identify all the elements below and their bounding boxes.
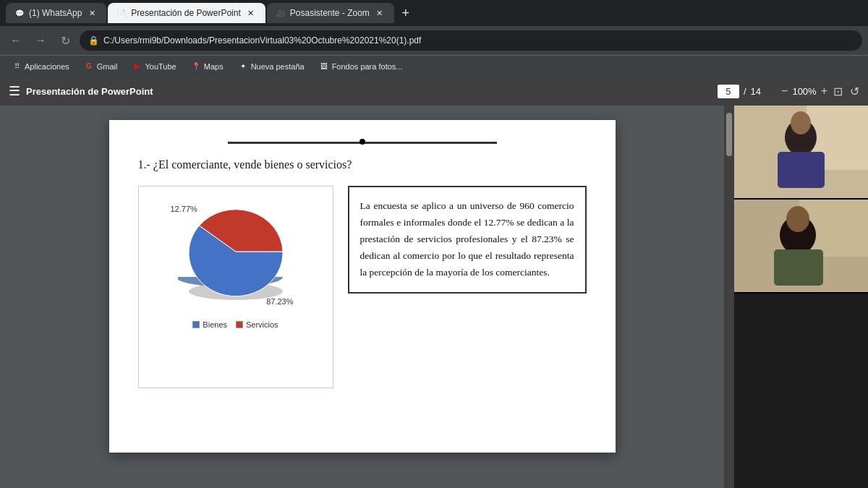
person-silhouette-2 bbox=[734, 200, 868, 292]
pdf-page: 1.- ¿El comerciante, vende bienes o serv… bbox=[109, 120, 616, 453]
person-silhouette-1 bbox=[734, 106, 868, 198]
zoom-plus-button[interactable]: + bbox=[821, 85, 827, 98]
pie-chart-area: 12.77% bbox=[163, 197, 308, 313]
svg-rect-10 bbox=[774, 249, 823, 286]
slide-progress-bar bbox=[228, 142, 497, 144]
new-tab-button[interactable]: + bbox=[396, 3, 416, 23]
chart-container: 12.77% bbox=[138, 186, 333, 388]
tab-bar: 💬 (1) WhatsApp ✕ 📄 Presentación de Power… bbox=[0, 0, 868, 26]
legend-bienes-color bbox=[192, 321, 200, 328]
back-button[interactable]: ← bbox=[6, 30, 26, 51]
maps-icon: 📍 bbox=[191, 61, 201, 72]
tab-close-powerpoint[interactable]: ✕ bbox=[245, 7, 257, 19]
pdf-page-input[interactable] bbox=[718, 85, 739, 98]
tab-powerpoint[interactable]: 📄 Presentación de PowerPoint ✕ bbox=[108, 3, 265, 23]
tab-zoom[interactable]: 🎥 Posasistente - Zoom ✕ bbox=[267, 3, 394, 23]
zoom-level: 100% bbox=[792, 86, 816, 97]
pdf-page-controls: / 14 bbox=[718, 85, 761, 98]
tab-favicon-whatsapp: 💬 bbox=[14, 8, 25, 18]
bookmarks-bar: ⠿ Aplicaciones G Gmail ▶ YouTube 📍 Maps … bbox=[0, 55, 868, 77]
svg-point-4 bbox=[791, 111, 811, 134]
bookmark-fondos-label: Fondos para fotos... bbox=[332, 62, 403, 71]
nav-bar: ← → ↻ 🔒 C:/Users/rmi9b/Downloads/Present… bbox=[0, 26, 868, 55]
rotate-button[interactable]: ↺ bbox=[850, 85, 859, 98]
bookmark-youtube[interactable]: ▶ YouTube bbox=[127, 59, 182, 74]
pdf-page-total: 14 bbox=[751, 86, 761, 97]
address-bar[interactable]: 🔒 C:/Users/rmi9b/Downloads/PresentacionV… bbox=[80, 30, 862, 51]
tab-whatsapp[interactable]: 💬 (1) WhatsApp ✕ bbox=[6, 3, 106, 23]
tab-title-whatsapp: (1) WhatsApp bbox=[29, 8, 82, 18]
description-text-box: La encuesta se aplico a un universo de 9… bbox=[348, 186, 587, 294]
legend-servicios: Servicios bbox=[236, 320, 278, 329]
tab-favicon-powerpoint: 📄 bbox=[116, 8, 127, 18]
pdf-title: Presentación de PowerPoint bbox=[26, 86, 712, 97]
pdf-page-separator: / bbox=[744, 86, 746, 97]
scroll-thumb[interactable] bbox=[726, 113, 732, 156]
legend-bienes-label: Bienes bbox=[203, 320, 227, 329]
nueva-icon: ✦ bbox=[238, 61, 248, 72]
bookmark-gmail[interactable]: G Gmail bbox=[78, 59, 124, 74]
main-content: 1.- ¿El comerciante, vende bienes o serv… bbox=[0, 106, 868, 488]
bookmark-maps[interactable]: 📍 Maps bbox=[185, 59, 229, 74]
pdf-toolbar-right: ⊡ ↺ bbox=[833, 85, 859, 98]
pdf-toolbar: ☰ Presentación de PowerPoint / 14 − 100%… bbox=[0, 77, 868, 106]
youtube-icon: ▶ bbox=[132, 61, 142, 72]
zoom-right-panel bbox=[734, 106, 868, 488]
legend-bienes: Bienes bbox=[192, 320, 227, 329]
address-text: C:/Users/rmi9b/Downloads/PresentacionVir… bbox=[103, 35, 854, 46]
tab-close-zoom[interactable]: ✕ bbox=[374, 7, 386, 19]
video-tile-2 bbox=[734, 200, 868, 294]
svg-point-9 bbox=[786, 206, 809, 232]
bookmark-apps-label: Aplicaciones bbox=[25, 62, 69, 71]
bookmark-nueva-label: Nueva pestaña bbox=[251, 62, 305, 71]
browser-chrome: 💬 (1) WhatsApp ✕ 📄 Presentación de Power… bbox=[0, 0, 868, 106]
zoom-panel-empty bbox=[734, 294, 868, 488]
zoom-minus-button[interactable]: − bbox=[781, 85, 788, 98]
bookmark-apps[interactable]: ⠿ Aplicaciones bbox=[6, 59, 75, 74]
legend-servicios-label: Servicios bbox=[246, 320, 278, 329]
scrollbar[interactable] bbox=[724, 106, 734, 488]
chart-text-row: 12.77% bbox=[138, 186, 587, 388]
pie-label-top: 12.77% bbox=[171, 205, 197, 213]
pdf-content: 1.- ¿El comerciante, vende bienes o serv… bbox=[0, 106, 724, 488]
apps-icon: ⠿ bbox=[12, 61, 22, 72]
pdf-zoom-controls: − 100% + bbox=[781, 85, 827, 98]
legend-servicios-color bbox=[236, 321, 243, 328]
question-title: 1.- ¿El comerciante, vende bienes o serv… bbox=[138, 158, 587, 171]
chart-legend: Bienes Servicios bbox=[192, 320, 278, 329]
tab-title-zoom: Posasistente - Zoom bbox=[290, 8, 370, 18]
svg-rect-5 bbox=[778, 152, 825, 188]
video-person-2 bbox=[734, 200, 868, 292]
tab-close-whatsapp[interactable]: ✕ bbox=[86, 7, 98, 19]
bookmark-maps-label: Maps bbox=[204, 62, 224, 71]
description-text: La encuesta se aplico a un universo de 9… bbox=[360, 200, 574, 278]
video-person-1 bbox=[734, 106, 868, 198]
forward-button[interactable]: → bbox=[30, 30, 51, 51]
bookmark-youtube-label: YouTube bbox=[145, 62, 176, 71]
gmail-icon: G bbox=[84, 61, 94, 72]
pie-chart-svg bbox=[178, 208, 294, 302]
video-tile-1 bbox=[734, 106, 868, 200]
refresh-button[interactable]: ↻ bbox=[55, 30, 75, 51]
fit-page-button[interactable]: ⊡ bbox=[833, 85, 843, 98]
fondos-icon: 🖼 bbox=[319, 61, 329, 72]
lock-icon: 🔒 bbox=[88, 35, 99, 46]
pdf-menu-button[interactable]: ☰ bbox=[9, 83, 20, 99]
tab-favicon-zoom: 🎥 bbox=[276, 8, 286, 18]
bookmark-gmail-label: Gmail bbox=[97, 62, 118, 71]
tab-title-powerpoint: Presentación de PowerPoint bbox=[131, 8, 240, 18]
pie-label-bottom: 87.23% bbox=[266, 297, 293, 306]
bookmark-nueva[interactable]: ✦ Nueva pestaña bbox=[232, 59, 310, 74]
bookmark-fondos[interactable]: 🖼 Fondos para fotos... bbox=[313, 59, 409, 74]
